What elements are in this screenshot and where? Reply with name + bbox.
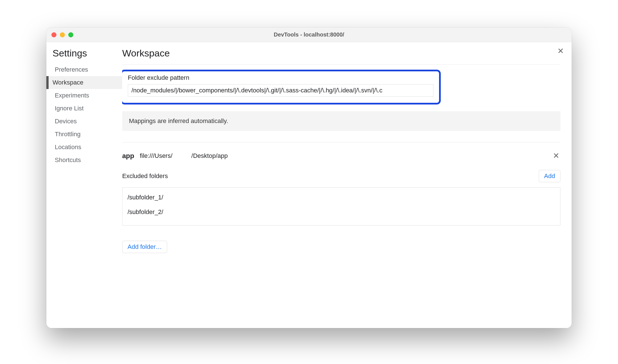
sidebar-item-ignore-list[interactable]: Ignore List [46,102,122,115]
page-heading: Workspace [122,48,560,59]
divider [122,142,560,142]
sidebar-item-workspace[interactable]: Workspace [46,76,122,89]
add-folder-button[interactable]: Add folder… [122,241,167,253]
excluded-folder-item[interactable]: /subfolder_1/ [128,194,555,201]
sidebar-heading: Settings [53,48,122,59]
add-excluded-button[interactable]: Add [539,170,560,182]
zoom-dot-icon[interactable] [68,32,73,37]
sidebar-item-experiments[interactable]: Experiments [46,89,122,102]
remove-folder-icon[interactable]: ✕ [553,152,559,160]
sidebar-item-locations[interactable]: Locations [46,141,122,154]
devtools-settings-window: DevTools - localhost:8000/ ✕ Settings Pr… [46,28,572,328]
workspace-folder-path: file:///Users/ /Desktop/app [140,152,228,160]
close-icon[interactable]: ✕ [557,47,564,55]
excluded-folder-item[interactable]: /subfolder_2/ [128,208,555,216]
settings-content: Workspace Folder exclude pattern Mapping… [122,42,572,328]
minimize-dot-icon[interactable] [60,32,65,37]
close-dot-icon[interactable] [51,32,56,37]
excluded-folders-label: Excluded folders [122,172,168,180]
workspace-folder-row: app file:///Users/ /Desktop/app ✕ [122,152,560,160]
excluded-folders-list: /subfolder_1/ /subfolder_2/ [122,187,560,226]
workspace-folder-name: app [122,152,134,160]
sidebar-item-preferences[interactable]: Preferences [46,63,122,76]
folder-exclude-pattern-highlight: Folder exclude pattern [122,70,441,104]
sidebar-item-shortcuts[interactable]: Shortcuts [46,154,122,167]
folder-path-suffix: /Desktop/app [191,152,228,159]
traffic-lights [51,32,73,37]
sidebar-item-devices[interactable]: Devices [46,115,122,128]
mappings-info-banner: Mappings are inferred automatically. [122,111,560,131]
window-title: DevTools - localhost:8000/ [46,31,572,38]
exclude-pattern-label: Folder exclude pattern [128,74,433,81]
settings-sidebar: Settings Preferences Workspace Experimen… [46,42,122,328]
exclude-pattern-input[interactable] [128,84,433,97]
sidebar-item-throttling[interactable]: Throttling [46,128,122,141]
mac-titlebar: DevTools - localhost:8000/ [46,28,572,42]
divider [122,64,560,65]
folder-path-prefix: file:///Users/ [140,152,172,159]
